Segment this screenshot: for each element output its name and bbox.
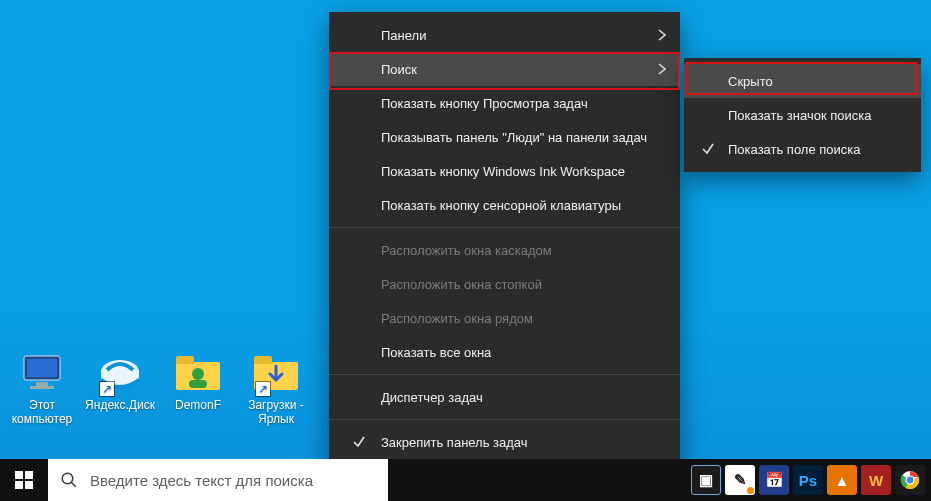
desktop-icon-label: DemonF (175, 398, 221, 412)
svg-point-17 (62, 473, 73, 484)
chrome-logo-icon (900, 470, 920, 490)
shortcut-badge-icon: ↗ (100, 382, 114, 396)
search-icon (60, 471, 78, 489)
menu-item-label: Показывать панель "Люди" на панели задач (381, 130, 647, 145)
svg-rect-11 (254, 356, 272, 364)
svg-rect-2 (36, 382, 48, 386)
menu-item-label: Диспетчер задач (381, 390, 483, 405)
submenu-item-label: Показать значок поиска (728, 108, 872, 123)
editor-icon[interactable]: ✎ (725, 465, 755, 495)
taskbar-pinned-apps: ▣✎📅Ps▲W (691, 459, 931, 501)
svg-rect-16 (25, 481, 33, 489)
winamp-icon[interactable]: W (861, 465, 891, 495)
menu-item-label: Показать все окна (381, 345, 491, 360)
menu-item-label: Показать кнопку сенсорной клавиатуры (381, 198, 621, 213)
menu-separator (329, 227, 680, 228)
svg-rect-15 (15, 481, 23, 489)
notification-dot-icon (747, 487, 754, 494)
virtualbox-icon[interactable]: ▣ (691, 465, 721, 495)
desktop-icon[interactable]: Этот компьютер (4, 348, 80, 426)
menu-item-label: Расположить окна рядом (381, 311, 533, 326)
menu-separator (329, 374, 680, 375)
menu-item[interactable]: Панели (329, 18, 680, 52)
desktop-icon-label: Яндекс.Диск (85, 398, 155, 412)
check-icon (700, 141, 716, 157)
menu-item-label: Закрепить панель задач (381, 435, 528, 450)
menu-item-label: Расположить окна каскадом (381, 243, 552, 258)
svg-rect-7 (176, 356, 194, 364)
svg-rect-9 (189, 380, 207, 388)
submenu-item-label: Показать поле поиска (728, 142, 861, 157)
submenu-item-label: Скрыто (728, 74, 773, 89)
menu-item-label: Показать кнопку Windows Ink Workspace (381, 164, 625, 179)
desktop-icon-label: Этот компьютер (4, 398, 80, 426)
menu-item[interactable]: Показать кнопку Просмотра задач (329, 86, 680, 120)
menu-item[interactable]: Показать все окна (329, 335, 680, 369)
menu-item: Расположить окна рядом (329, 301, 680, 335)
menu-item[interactable]: Показывать панель "Люди" на панели задач (329, 120, 680, 154)
shortcut-badge-icon: ↗ (256, 382, 270, 396)
submenu-item[interactable]: Показать поле поиска (684, 132, 921, 166)
search-box[interactable]: Введите здесь текст для поиска (48, 459, 388, 501)
photoshop-icon[interactable]: Ps (793, 465, 823, 495)
desktop-icon[interactable]: DemonF (160, 348, 236, 426)
desktop-icon-image: ↗ (96, 348, 144, 396)
windows-logo-icon (15, 471, 33, 489)
menu-item[interactable]: Диспетчер задач (329, 380, 680, 414)
search-placeholder: Введите здесь текст для поиска (90, 472, 313, 489)
desktop-icon[interactable]: ↗Загрузки - Ярлык (238, 348, 314, 426)
chrome-icon[interactable] (895, 465, 925, 495)
menu-item-label: Панели (381, 28, 426, 43)
menu-item[interactable]: Поиск (329, 52, 680, 86)
menu-item-label: Показать кнопку Просмотра задач (381, 96, 588, 111)
menu-item[interactable]: Закрепить панель задач (329, 425, 680, 459)
chevron-right-icon (658, 63, 666, 75)
desktop-icon-image (174, 348, 222, 396)
submenu-item[interactable]: Показать значок поиска (684, 98, 921, 132)
desktop-icon[interactable]: ↗Яндекс.Диск (82, 348, 158, 426)
menu-item: Расположить окна каскадом (329, 233, 680, 267)
menu-item-label: Расположить окна стопкой (381, 277, 542, 292)
search-submenu: СкрытоПоказать значок поискаПоказать пол… (684, 58, 921, 172)
menu-separator (329, 419, 680, 420)
desktop-icon-label: Загрузки - Ярлык (238, 398, 314, 426)
taskbar-context-menu: ПанелиПоискПоказать кнопку Просмотра зад… (329, 12, 680, 499)
check-icon (351, 434, 367, 450)
menu-item-label: Поиск (381, 62, 417, 77)
desktop-icon-image (18, 348, 66, 396)
menu-item[interactable]: Показать кнопку сенсорной клавиатуры (329, 188, 680, 222)
desktop-icons: Этот компьютер↗Яндекс.ДискDemonF↗Загрузк… (4, 348, 314, 426)
vlc-icon[interactable]: ▲ (827, 465, 857, 495)
svg-rect-14 (25, 471, 33, 479)
start-button[interactable] (0, 459, 48, 501)
chevron-right-icon (658, 29, 666, 41)
menu-item: Расположить окна стопкой (329, 267, 680, 301)
svg-rect-3 (30, 386, 54, 389)
svg-rect-1 (27, 359, 57, 377)
submenu-item[interactable]: Скрыто (684, 64, 921, 98)
svg-point-21 (906, 476, 914, 484)
menu-item[interactable]: Показать кнопку Windows Ink Workspace (329, 154, 680, 188)
desktop-icon-image: ↗ (252, 348, 300, 396)
scheduler-icon[interactable]: 📅 (759, 465, 789, 495)
taskbar: Введите здесь текст для поиска ▣✎📅Ps▲W (0, 459, 931, 501)
svg-rect-13 (15, 471, 23, 479)
svg-point-8 (192, 368, 204, 380)
svg-line-18 (71, 482, 76, 487)
